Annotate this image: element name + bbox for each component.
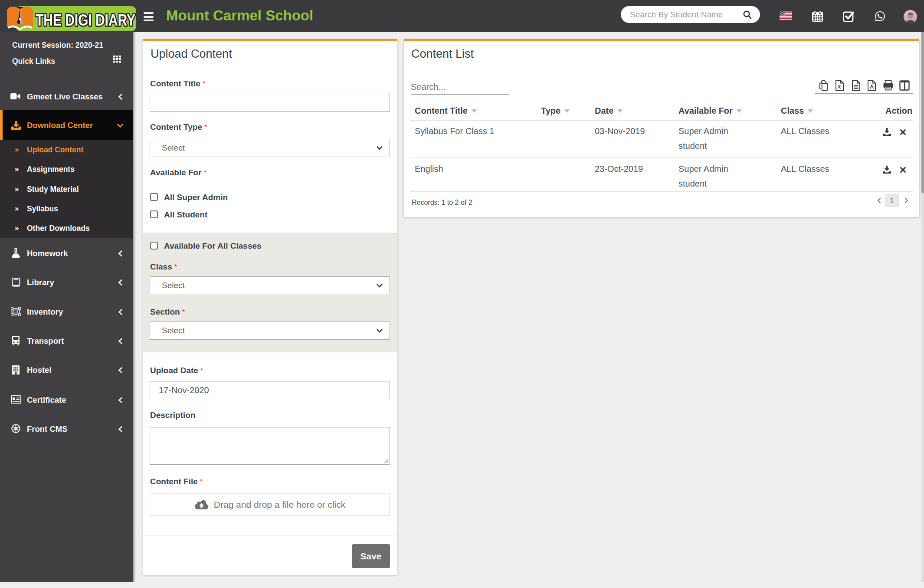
- svg-text:X: X: [838, 84, 841, 89]
- svg-text:THE DIGI DIARY: THE DIGI DIARY: [36, 11, 135, 29]
